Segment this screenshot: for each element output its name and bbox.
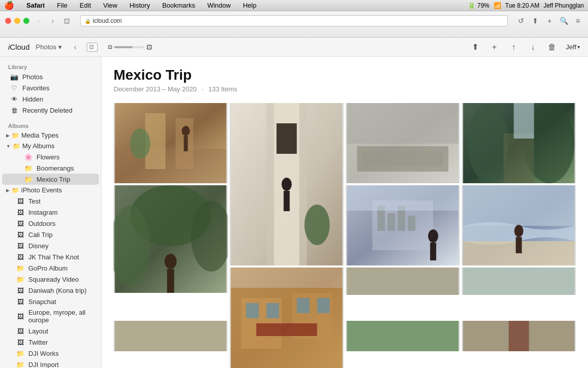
menu-bookmarks[interactable]: Bookmarks	[160, 2, 197, 9]
iphoto-events-collapse[interactable]: ▶ 📁 iPhoto Events	[2, 185, 99, 195]
sidebar-item-recently-deleted[interactable]: 🗑 Recently Deleted	[2, 105, 99, 116]
zoom-control[interactable]: ⊡ ⊡	[108, 43, 152, 51]
sidebar-item-test[interactable]: 🖼 Test	[2, 195, 99, 207]
add-button[interactable]: +	[489, 42, 500, 53]
sidebar-item-europe[interactable]: 🖼 Europe, myrope, all ourope	[2, 307, 99, 325]
sidebar-item-twitter[interactable]: 🖼 Twitter	[2, 337, 99, 348]
sidebar-item-outdoors[interactable]: 🖼 Outdoors	[2, 218, 99, 229]
menu-file[interactable]: File	[55, 2, 69, 9]
svg-rect-22	[504, 133, 534, 183]
media-types-collapse[interactable]: ▶ 📁 Media Types	[2, 130, 99, 141]
twitter-icon: 🖼	[16, 338, 24, 346]
test-icon: 🖼	[16, 197, 24, 205]
europe-label: Europe, myrope, all ourope	[28, 309, 91, 324]
menu-window[interactable]: Window	[205, 2, 233, 9]
svg-rect-64	[509, 321, 529, 351]
flowers-icon: 🌸	[24, 153, 32, 161]
trash-icon: 🗑	[10, 106, 18, 114]
photo-cell-9[interactable]	[346, 267, 460, 295]
photo-grid	[114, 103, 576, 368]
svg-rect-40	[463, 185, 575, 226]
minimize-button[interactable]	[14, 18, 20, 24]
sidebar-item-instagram[interactable]: 🖼 Instagram	[2, 207, 99, 218]
sidebar-item-mexico-trip[interactable]: 📁 Mexico Trip	[2, 174, 99, 185]
zoom-slider[interactable]	[114, 46, 144, 48]
extensions-button[interactable]: ≡	[573, 16, 583, 26]
sidebar-item-jk-thai[interactable]: 🖼 JK Thai The Knot	[2, 251, 99, 262]
clock-display: Tue 8:20 AM	[505, 2, 540, 9]
photo-cell-3[interactable]	[346, 103, 460, 183]
browser-toolbar: ‹ › ⊡ 🔒 icloud.com ↺ ⬆ + 🔍 ≡	[0, 11, 588, 30]
photo-cell-11[interactable]	[114, 321, 228, 351]
icloud-app-toolbar: iCloud Photos ▾ ‹ ⊡ ⊡ ⊡ ⬆ + ↑ ↓ 🗑 Jeff ▾	[0, 38, 588, 57]
sidebar-item-photos[interactable]: 📷 Photos	[2, 71, 99, 82]
sidebar-view-button[interactable]: ⊡	[62, 16, 72, 26]
instagram-icon: 🖼	[16, 208, 24, 216]
svg-rect-33	[388, 213, 395, 231]
menu-history[interactable]: History	[127, 2, 152, 9]
user-account-button[interactable]: Jeff ▾	[566, 43, 580, 51]
icloud-brand-text: iCloud	[8, 43, 30, 51]
user-menu[interactable]: Jeff Phungglan	[543, 2, 584, 9]
sidebar-item-hidden[interactable]: 👁 Hidden	[2, 93, 99, 105]
sidebar-item-favorites[interactable]: ♡ Favorites	[2, 82, 99, 93]
dji-import-icon: 📁	[16, 360, 24, 368]
iphoto-events-label: iPhoto Events	[21, 186, 62, 194]
address-bar[interactable]: 🔒 icloud.com	[80, 15, 508, 26]
download-button[interactable]: ↓	[527, 42, 538, 53]
sidebar-item-squaready[interactable]: 📁 Squaready Video	[2, 274, 99, 285]
photo-cell-8[interactable]	[230, 267, 344, 368]
upload-button[interactable]: ⬆	[469, 42, 481, 53]
sidebar-item-flowers[interactable]: 🌸 Flowers	[2, 151, 99, 162]
traffic-lights[interactable]	[5, 18, 29, 24]
sidebar-toggle-button[interactable]: ⊡	[87, 43, 98, 52]
sidebar-item-dji-works[interactable]: 📁 DJI Works	[2, 348, 99, 359]
menu-bar: 🍎 Safari File Edit View History Bookmark…	[0, 0, 588, 11]
wifi-icon: 📶	[494, 2, 501, 9]
sidebar-item-layout[interactable]: 🖼 Layout	[2, 325, 99, 337]
photo-cell-2[interactable]	[230, 103, 344, 265]
sidebar-item-gopro[interactable]: 📁 GoPro Album	[2, 262, 99, 274]
hidden-icon: 👁	[10, 95, 18, 103]
sidebar-item-cali-trip[interactable]: 🖼 Cali Trip	[2, 229, 99, 240]
sidebar-item-boomerangs[interactable]: 📁 Boomerangs	[2, 162, 99, 174]
apple-menu[interactable]: 🍎	[4, 1, 14, 10]
close-button[interactable]	[5, 18, 11, 24]
photo-cell-12[interactable]	[346, 321, 460, 351]
photo-cell-7[interactable]	[462, 185, 576, 265]
squaready-label: Squaready Video	[28, 276, 79, 283]
reload-button[interactable]: ↺	[516, 16, 526, 26]
menu-view[interactable]: View	[101, 2, 120, 9]
delete-button[interactable]: 🗑	[546, 42, 558, 53]
sidebar-item-dji-import[interactable]: 📁 DJI Import	[2, 359, 99, 368]
sidebar-item-daniwah[interactable]: 🖼 Daniwah (Kona trip)	[2, 285, 99, 296]
svg-rect-53	[231, 267, 343, 288]
back-button[interactable]: ‹	[33, 16, 44, 26]
photos-label: Photos	[22, 73, 43, 81]
svg-rect-51	[317, 298, 330, 313]
photo-cell-13[interactable]	[462, 321, 576, 351]
new-tab-button[interactable]: +	[544, 16, 555, 26]
share-button[interactable]: ⬆	[530, 16, 540, 26]
menu-help[interactable]: Help	[241, 2, 259, 9]
fullscreen-button[interactable]	[23, 18, 29, 24]
my-albums-collapse[interactable]: ▼ 📁 My Albums	[2, 141, 99, 151]
search-button[interactable]: 🔍	[559, 16, 569, 26]
photo-cell-6[interactable]	[346, 185, 460, 265]
app-name-photos: Photos ▾	[36, 43, 62, 51]
sidebar-item-disney[interactable]: 🖼 Disney	[2, 240, 99, 251]
snapchat-label: Snapchat	[28, 298, 56, 306]
svg-point-4	[130, 128, 151, 159]
photo-cell-1[interactable]	[114, 103, 228, 183]
photo-cell-4[interactable]	[462, 103, 576, 183]
menu-edit[interactable]: Edit	[78, 2, 93, 9]
iphoto-folder-icon: 📁	[12, 187, 19, 194]
share-photos-button[interactable]: ↑	[508, 42, 519, 53]
cali-trip-icon: 🖼	[16, 230, 24, 239]
photo-cell-5[interactable]	[114, 185, 228, 293]
forward-button[interactable]: ›	[48, 16, 58, 26]
photo-cell-10[interactable]	[462, 267, 576, 295]
sidebar-item-snapchat[interactable]: 🖼 Snapchat	[2, 296, 99, 307]
menu-safari[interactable]: Safari	[24, 2, 47, 9]
nav-back-button[interactable]: ‹	[74, 43, 77, 52]
